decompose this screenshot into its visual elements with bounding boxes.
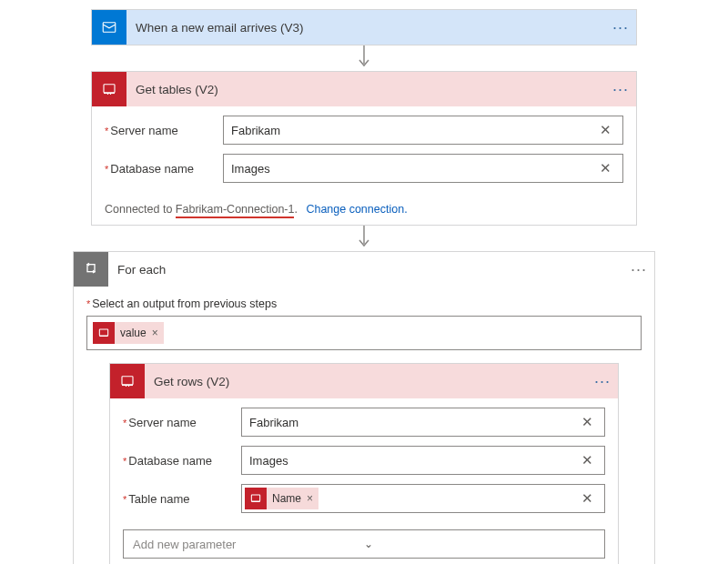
foreach-output-input[interactable]: value × bbox=[86, 316, 642, 350]
get-rows-more-button[interactable]: ··· bbox=[587, 372, 618, 391]
get-tables-step: Get tables (V2) ··· Server name Fabrikam… bbox=[91, 71, 637, 226]
database-name-label: Database name bbox=[105, 162, 223, 176]
svg-rect-14 bbox=[251, 495, 259, 501]
server-name-label: Server name bbox=[123, 416, 241, 429]
trigger-header[interactable]: When a new email arrives (V3) ··· bbox=[92, 10, 636, 45]
sql-icon bbox=[110, 364, 145, 398]
sql-icon bbox=[245, 488, 267, 509]
get-tables-header[interactable]: Get tables (V2) ··· bbox=[92, 72, 636, 106]
trigger-more-button[interactable]: ··· bbox=[605, 18, 636, 37]
server-name-label: Server name bbox=[105, 124, 223, 137]
for-each-title: For each bbox=[108, 263, 623, 277]
arrow-connector bbox=[9, 45, 719, 71]
svg-rect-8 bbox=[99, 329, 107, 336]
for-each-more-button[interactable]: ··· bbox=[623, 260, 654, 279]
name-token[interactable]: Name × bbox=[245, 488, 318, 509]
foreach-select-label: Select an output from previous steps bbox=[86, 297, 642, 310]
arrow-connector bbox=[9, 226, 719, 251]
trigger-step[interactable]: When a new email arrives (V3) ··· bbox=[91, 9, 637, 45]
database-name-label: Database name bbox=[123, 454, 241, 468]
database-name-input[interactable]: Images ✕ bbox=[241, 446, 605, 475]
get-rows-title: Get rows (V2) bbox=[145, 375, 587, 388]
database-name-input[interactable]: Images ✕ bbox=[223, 154, 623, 183]
get-tables-title: Get tables (V2) bbox=[126, 83, 605, 96]
value-token[interactable]: value × bbox=[93, 322, 164, 344]
connection-name: Fabrikam-Connection-1 bbox=[176, 203, 295, 218]
clear-icon[interactable]: ✕ bbox=[596, 122, 615, 138]
change-connection-link[interactable]: Change connection. bbox=[306, 203, 407, 216]
clear-icon[interactable]: ✕ bbox=[578, 452, 597, 468]
server-name-input[interactable]: Fabrikam ✕ bbox=[223, 116, 623, 145]
connection-status: Connected to Fabrikam-Connection-1. Chan… bbox=[92, 199, 636, 225]
svg-rect-0 bbox=[103, 23, 116, 33]
svg-rect-2 bbox=[104, 85, 115, 93]
clear-icon[interactable]: ✕ bbox=[578, 490, 597, 507]
clear-icon[interactable]: ✕ bbox=[578, 414, 597, 430]
get-rows-step: Get rows (V2) ··· Server name Fabrikam ✕… bbox=[109, 363, 619, 564]
get-tables-body: Server name Fabrikam ✕ Database name Ima… bbox=[92, 106, 636, 199]
for-each-header[interactable]: For each ··· bbox=[74, 252, 654, 287]
sql-icon bbox=[92, 72, 126, 106]
svg-rect-10 bbox=[122, 377, 133, 385]
add-parameter-dropdown[interactable]: Add new parameter ⌄ bbox=[123, 529, 605, 559]
remove-token-icon[interactable]: × bbox=[307, 492, 313, 505]
loop-icon bbox=[74, 252, 108, 287]
sql-icon bbox=[93, 322, 115, 344]
chevron-down-icon: ⌄ bbox=[364, 538, 595, 550]
table-name-input[interactable]: Name × ✕ bbox=[241, 484, 605, 513]
remove-token-icon[interactable]: × bbox=[152, 327, 158, 339]
server-name-input[interactable]: Fabrikam ✕ bbox=[241, 408, 605, 437]
clear-icon[interactable]: ✕ bbox=[596, 160, 615, 176]
outlook-icon bbox=[92, 10, 126, 45]
trigger-title: When a new email arrives (V3) bbox=[126, 21, 605, 35]
flow-designer-canvas: When a new email arrives (V3) ··· Get ta… bbox=[9, 9, 719, 564]
get-rows-header[interactable]: Get rows (V2) ··· bbox=[110, 364, 618, 398]
get-tables-more-button[interactable]: ··· bbox=[605, 80, 636, 99]
for-each-step: For each ··· Select an output from previ… bbox=[73, 251, 655, 564]
table-name-label: Table name bbox=[123, 492, 241, 506]
